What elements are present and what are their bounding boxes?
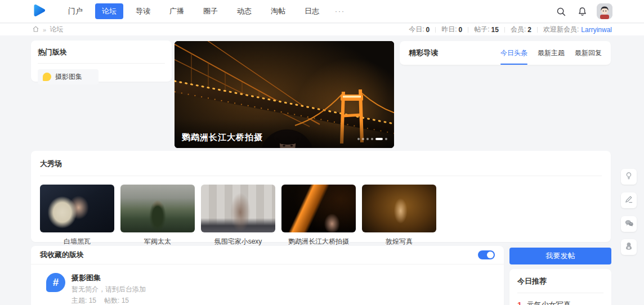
digest-title: 精彩导读 xyxy=(409,48,438,58)
nav-item-guide[interactable]: 导读 xyxy=(129,3,157,19)
divider xyxy=(40,176,602,176)
wechat-fab[interactable] xyxy=(621,216,637,232)
showcase-caption: 军阀太太 xyxy=(144,237,171,246)
showcase-item[interactable]: 氛围宅家小sexy xyxy=(201,185,275,246)
stat-yesterday-label: 昨日: xyxy=(441,25,457,34)
hot-forums-card: 热门版块 摄影图集 xyxy=(31,41,172,82)
digest-tabs: 今日头条 最新主题 最新回复 xyxy=(500,41,602,65)
forum-stats: 今日:0 昨日:0 帖子:15 会员:2 欢迎新会员: Larryinwal xyxy=(409,25,612,34)
showcase-card: 大秀场 白墙黑瓦 军阀太太 氛围宅家小sexy 鹦鹉洲长江大桥拍摄 敦煌写真 xyxy=(31,151,611,242)
stat-today-value: 0 xyxy=(426,26,430,34)
pencil-icon xyxy=(624,195,633,206)
showcase-item[interactable]: 鹦鹉洲长江大桥拍摄 xyxy=(281,185,356,246)
bell-icon[interactable] xyxy=(575,5,589,18)
carousel-dot[interactable] xyxy=(366,138,369,140)
carousel-dot[interactable] xyxy=(375,138,383,140)
tab-latest-replies[interactable]: 最新回复 xyxy=(575,41,602,65)
today-recommend-title: 今日推荐 xyxy=(517,276,603,286)
stat-yesterday-value: 0 xyxy=(459,26,463,34)
showcase-item[interactable]: 军阀太太 xyxy=(120,185,195,246)
home-icon[interactable] xyxy=(32,25,39,34)
showcase-item[interactable]: 白墙黑瓦 xyxy=(40,185,114,246)
play-logo-icon xyxy=(32,3,47,20)
carousel-dot[interactable] xyxy=(385,138,387,140)
feedback-fab[interactable] xyxy=(621,169,637,185)
nav-item-groups[interactable]: 圈子 xyxy=(196,3,225,19)
nav-item-collections[interactable]: 淘帖 xyxy=(264,3,292,19)
new-post-button[interactable]: 我要发帖 xyxy=(509,248,611,264)
showcase-row: 白墙黑瓦 军阀太太 氛围宅家小sexy 鹦鹉洲长江大桥拍摄 敦煌写真 xyxy=(40,185,602,246)
nav-item-feed[interactable]: 动态 xyxy=(230,3,258,19)
stat-posts-label: 帖子: xyxy=(474,25,489,34)
divider xyxy=(435,27,436,33)
photo-thumbnail-bridge xyxy=(281,185,356,232)
tab-today-headlines[interactable]: 今日头条 xyxy=(500,41,527,65)
photo-thumbnail-home-sexy xyxy=(201,185,275,232)
carousel-dots xyxy=(357,138,387,140)
breadcrumb-separator: » xyxy=(43,26,46,33)
newest-member-link[interactable]: Larryinwal xyxy=(581,26,612,34)
favorites-toggle[interactable] xyxy=(478,250,495,259)
nav-item-portal[interactable]: 门户 xyxy=(61,3,90,19)
hot-forums-title: 热门版块 xyxy=(38,47,165,57)
nav-more-button[interactable]: ··· xyxy=(332,5,348,17)
digest-card: 精彩导读 今日头条 最新主题 最新回复 xyxy=(400,41,611,65)
favorites-title: 我收藏的版块 xyxy=(40,250,84,260)
hot-forum-item[interactable]: 摄影图集 xyxy=(38,69,99,84)
recommend-item-title: 元气少女写真 xyxy=(527,300,571,305)
photo-thumbnail-dunhuang xyxy=(362,185,436,232)
qq-fab[interactable] xyxy=(621,239,637,255)
forum-name: 摄影图集 xyxy=(71,273,146,283)
site-logo[interactable] xyxy=(32,4,47,19)
chat-bubble-icon xyxy=(43,73,51,81)
showcase-item[interactable]: 敦煌写真 xyxy=(362,185,436,246)
showcase-caption: 鹦鹉洲长江大桥拍摄 xyxy=(288,237,349,246)
carousel-dot[interactable] xyxy=(362,138,364,140)
showcase-caption: 氛围宅家小sexy xyxy=(214,237,262,246)
nav-item-forum[interactable]: 论坛 xyxy=(95,3,123,19)
main-nav: 门户 论坛 导读 广播 圈子 动态 淘帖 日志 ··· xyxy=(61,3,554,19)
forum-description: 暂无简介，请到后台添加 xyxy=(71,285,146,294)
top-navbar: 门户 论坛 导读 广播 圈子 动态 淘帖 日志 ··· xyxy=(0,0,644,23)
header-actions xyxy=(554,3,612,19)
showcase-caption: 敦煌写真 xyxy=(386,237,413,246)
recommend-item-title-row[interactable]: 1 元气少女写真 xyxy=(517,300,603,305)
divider xyxy=(537,27,538,33)
carousel-caption: 鹦鹉洲长江大桥拍摄 xyxy=(182,132,263,143)
forum-posts-count: 帖数: 15 xyxy=(104,296,129,305)
divider xyxy=(504,27,505,33)
hot-forum-item-label: 摄影图集 xyxy=(55,72,82,82)
nav-item-blog[interactable]: 日志 xyxy=(298,3,326,19)
photo-thumbnail-white-wall xyxy=(40,185,114,232)
stat-today-label: 今日: xyxy=(409,25,424,34)
carousel-dot[interactable] xyxy=(357,138,360,140)
toggle-knob xyxy=(487,252,494,258)
stat-members-label: 会员: xyxy=(511,25,526,34)
stat-posts-value: 15 xyxy=(491,26,499,34)
search-icon[interactable] xyxy=(554,5,567,18)
breadcrumb-current[interactable]: 论坛 xyxy=(50,25,63,34)
divider xyxy=(517,293,603,293)
favorite-forum-item[interactable]: # 摄影图集 暂无简介，请到后台添加 主题: 15 帖数: 15 xyxy=(31,264,504,305)
favorites-card: 我收藏的版块 # 摄影图集 暂无简介，请到后台添加 主题: 15 帖数: 15 xyxy=(31,246,504,305)
today-recommend-card: 今日推荐 1 元气少女写真 DRSNS 40 阅读 xyxy=(509,269,611,305)
nav-item-broadcast[interactable]: 广播 xyxy=(163,3,191,19)
rank-number: 1 xyxy=(517,300,522,305)
favorites-header: 我收藏的版块 xyxy=(31,246,504,264)
carousel[interactable]: 鹦鹉洲长江大桥拍摄 xyxy=(175,41,394,148)
breadcrumb-bar: » 论坛 今日:0 昨日:0 帖子:15 会员:2 欢迎新会员: Larryin… xyxy=(0,24,644,35)
wechat-icon xyxy=(624,218,634,230)
user-avatar[interactable] xyxy=(597,3,612,19)
write-post-fab[interactable] xyxy=(621,192,637,208)
breadcrumb: » 论坛 xyxy=(32,25,63,34)
divider xyxy=(468,27,468,33)
page: 门户 论坛 导读 广播 圈子 动态 淘帖 日志 ··· xyxy=(0,0,644,305)
tab-latest-topics[interactable]: 最新主题 xyxy=(538,41,565,65)
carousel-dot[interactable] xyxy=(371,138,373,140)
forum-meta: 摄影图集 暂无简介，请到后台添加 主题: 15 帖数: 15 xyxy=(71,273,146,305)
forum-topics-count: 主题: 15 xyxy=(71,296,96,305)
showcase-caption: 白墙黑瓦 xyxy=(64,237,91,246)
showcase-title: 大秀场 xyxy=(40,159,602,169)
divider xyxy=(38,63,165,64)
photo-thumbnail-warlord-wife xyxy=(120,185,195,232)
